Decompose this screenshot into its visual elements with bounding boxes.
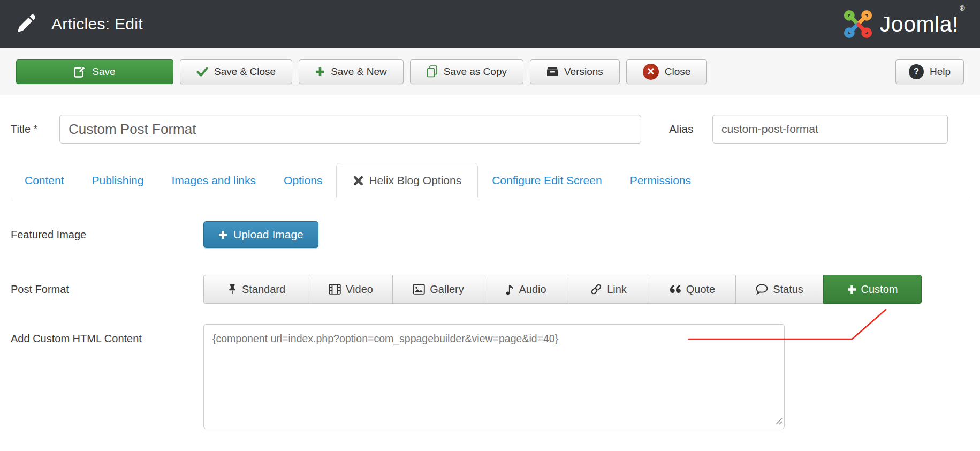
featured-image-row: Featured Image Upload Image [11,221,970,248]
toolbar: Save Save & Close Save & New Save as Cop… [0,48,980,95]
post-format-gallery-button[interactable]: Gallery [392,275,484,304]
post-format-label: Post Format [11,283,203,296]
music-note-icon [506,284,514,295]
title-input[interactable] [59,115,641,144]
save-and-new-label: Save & New [331,66,387,78]
pushpin-icon [227,283,237,295]
speech-bubble-icon [756,284,768,295]
plus-icon [218,230,227,239]
custom-html-textarea[interactable]: {component url=index.php?option=com_sppa… [203,324,785,429]
save-as-copy-button[interactable]: Save as Copy [410,59,523,84]
custom-html-wrap: {component url=index.php?option=com_sppa… [203,324,785,429]
tab-content[interactable]: Content [11,163,78,198]
post-format-quote-button[interactable]: Quote [649,275,736,304]
chain-link-icon [590,283,602,295]
post-format-audio-label: Audio [519,283,546,296]
copy-icon [427,65,438,78]
close-label: Close [665,66,691,78]
post-format-link-label: Link [607,283,627,296]
save-pencil-square-icon [74,65,86,78]
post-format-audio-button[interactable]: Audio [484,275,568,304]
tab-publishing[interactable]: Publishing [78,163,158,198]
versions-label: Versions [564,66,603,78]
post-format-button-group: Standard Video [203,275,922,304]
edit-tabs: Content Publishing Images and links Opti… [11,163,970,198]
save-and-close-button[interactable]: Save & Close [180,59,292,84]
edit-pencil-icon [16,14,35,34]
picture-icon [413,284,425,295]
post-format-video-button[interactable]: Video [309,275,393,304]
page-title: Articles: Edit [51,15,143,33]
post-format-custom-button[interactable]: Custom [823,275,922,304]
save-as-copy-label: Save as Copy [444,66,507,78]
plus-icon [315,67,325,77]
close-button[interactable]: × Close [626,59,708,84]
quote-icon [670,284,681,294]
custom-html-label: Add Custom HTML Content [11,324,203,345]
archive-icon [546,66,558,77]
article-edit-form: Title * Alias Content Publishing Images … [0,115,980,429]
tab-helix-blog-options[interactable]: Helix Blog Options [336,163,478,198]
tab-permissions[interactable]: Permissions [616,163,705,198]
tab-options[interactable]: Options [270,163,336,198]
alias-input[interactable] [712,115,948,144]
post-format-link-button[interactable]: Link [568,275,649,304]
upload-image-label: Upload Image [233,228,303,241]
alias-label: Alias [669,123,712,136]
post-format-quote-label: Quote [686,283,715,296]
post-format-standard-button[interactable]: Standard [203,275,309,304]
helix-cross-icon [353,175,364,186]
post-format-status-button[interactable]: Status [735,275,824,304]
film-icon [329,284,341,295]
save-and-new-button[interactable]: Save & New [299,59,404,84]
post-format-row: Post Format Standard Vid [11,275,970,304]
check-icon [196,67,208,77]
save-label: Save [92,66,115,78]
app-header: Articles: Edit Joomla!® [0,0,980,48]
featured-image-label: Featured Image [11,229,203,241]
registered-mark: ® [960,4,965,12]
versions-button[interactable]: Versions [530,59,620,84]
title-alias-row: Title * Alias [11,115,970,144]
resize-handle-icon[interactable] [776,418,783,425]
upload-image-button[interactable]: Upload Image [203,221,318,248]
joomla-logo: Joomla!® [842,9,964,40]
post-format-custom-label: Custom [861,283,898,296]
brand-wordmark: Joomla!® [880,12,964,37]
custom-html-row: Add Custom HTML Content {component url=i… [11,324,970,429]
tab-images-and-links[interactable]: Images and links [157,163,270,198]
question-circle-icon: ? [909,64,924,79]
save-and-close-label: Save & Close [214,66,276,78]
joomla-logo-icon [842,9,873,40]
post-format-standard-label: Standard [242,283,285,296]
save-button[interactable]: Save [16,59,173,84]
help-button[interactable]: ? Help [895,59,964,84]
tab-helix-label: Helix Blog Options [369,174,461,187]
post-format-status-label: Status [773,283,803,296]
post-format-video-label: Video [346,283,373,296]
tab-configure-edit-screen[interactable]: Configure Edit Screen [478,163,616,198]
help-label: Help [930,66,951,78]
post-format-gallery-label: Gallery [430,283,464,296]
plus-icon [847,285,856,294]
close-circle-icon: × [643,64,659,80]
title-label: Title * [11,123,59,136]
